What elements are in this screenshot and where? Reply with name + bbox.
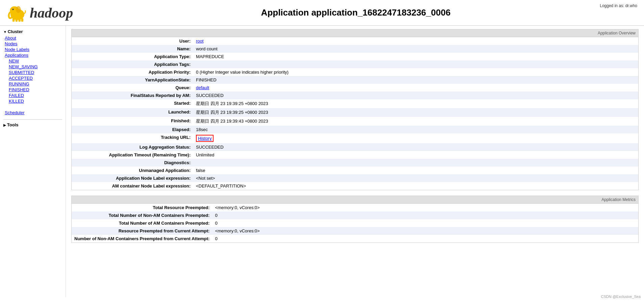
metrics-label: Number of Non-AM Containers Preempted fr… (72, 235, 212, 243)
metrics-table: Total Resource Preempted:<memory:0, vCor… (72, 204, 638, 243)
overview-value: 星期日 四月 23 19:39:25 +0800 2023 (193, 99, 638, 108)
page-title-area: Application application_1682247183236_00… (74, 7, 637, 18)
metrics-row: Resource Preempted from Current Attempt:… (72, 227, 638, 235)
sidebar-subitem-new[interactable]: NEW (3, 58, 62, 64)
metrics-container: Application Metrics Total Resource Preem… (71, 196, 639, 243)
sidebar-subitem-finished[interactable]: FINISHED (3, 87, 62, 92)
hadoop-logo-elephant (7, 3, 27, 22)
overview-value: <DEFAULT_PARTITION> (193, 182, 638, 190)
overview-label: Finished: (72, 117, 193, 126)
overview-label: Application Node Label expression: (72, 174, 193, 182)
metrics-label: Resource Preempted from Current Attempt: (72, 227, 212, 235)
overview-table: User:rootName:word countApplication Type… (72, 37, 638, 190)
logged-in-label: Logged in as: dr.who (600, 3, 637, 8)
logo-area: hadoop (7, 3, 74, 22)
metrics-value: 0 (212, 219, 638, 227)
overview-label: Tracking URL: (72, 133, 193, 143)
overview-row: Log Aggregation Status:SUCCEEDED (72, 143, 638, 151)
metrics-row: Number of Non-AM Containers Preempted fr… (72, 235, 638, 243)
main-content: Application Overview User:rootName:word … (66, 26, 644, 297)
overview-value: default (193, 84, 638, 92)
overview-value: 0 (Higher Integer value indicates higher… (193, 68, 638, 76)
overview-value: 星期日 四月 23 19:39:43 +0800 2023 (193, 117, 638, 126)
overview-row: Name:word count (72, 45, 638, 53)
sidebar-subitem-accepted[interactable]: ACCEPTED (3, 76, 62, 81)
overview-label: Application Priority: (72, 68, 193, 76)
overview-value: false (193, 167, 638, 174)
overview-label: Log Aggregation Status: (72, 143, 193, 151)
sidebar-item-node-labels[interactable]: Node Labels (3, 47, 62, 52)
sidebar-item-applications[interactable]: Applications (3, 53, 62, 58)
history-link[interactable]: History (196, 135, 214, 142)
overview-value (193, 60, 638, 68)
overview-container: Application Overview User:rootName:word … (71, 29, 639, 190)
metrics-value: 0 (212, 211, 638, 219)
overview-label: Unmanaged Application: (72, 167, 193, 174)
overview-row: Application Node Label expression:<Not s… (72, 174, 638, 182)
sidebar-subitem-new-saving[interactable]: NEW_SAVING (3, 64, 62, 69)
sidebar-subitem-running[interactable]: RUNNING (3, 81, 62, 86)
page-title: Application application_1682247183236_00… (74, 7, 637, 18)
cluster-section: Cluster About Nodes Node Labels Applicat… (3, 29, 62, 115)
value-link[interactable]: default (196, 85, 209, 90)
overview-row: Queue:default (72, 84, 638, 92)
header: hadoop Application application_168224718… (0, 0, 644, 26)
overview-row: Launched:星期日 四月 23 19:39:25 +0800 2023 (72, 108, 638, 117)
overview-row: AM container Node Label expression:<DEFA… (72, 182, 638, 190)
overview-label: Queue: (72, 84, 193, 92)
metrics-header: Application Metrics (72, 196, 638, 204)
sidebar-item-about[interactable]: About (3, 35, 62, 41)
overview-value: SUCCEEDED (193, 143, 638, 151)
sidebar-subitem-failed[interactable]: FAILED (3, 93, 62, 98)
svg-rect-7 (18, 19, 21, 22)
overview-row: Tracking URL:History (72, 133, 638, 143)
overview-value: 18sec (193, 126, 638, 133)
sidebar-item-scheduler[interactable]: Scheduler (3, 110, 62, 115)
overview-label: Application Tags: (72, 60, 193, 68)
sidebar-item-nodes[interactable]: Nodes (3, 41, 62, 46)
overview-label: Application Timeout (Remaining Time): (72, 151, 193, 159)
overview-label: Diagnostics: (72, 159, 193, 167)
metrics-value: <memory:0, vCores:0> (212, 227, 638, 235)
overview-label: User: (72, 37, 193, 45)
svg-rect-8 (21, 18, 23, 22)
overview-row: YarnApplicationState:FINISHED (72, 76, 638, 84)
overview-value: root (193, 37, 638, 45)
overview-row: Elapsed:18sec (72, 126, 638, 133)
overview-label: FinalStatus Reported by AM: (72, 92, 193, 99)
value-link[interactable]: root (196, 39, 203, 44)
metrics-row: Total Number of AM Containers Preempted:… (72, 219, 638, 227)
metrics-label: Total Number of Non-AM Containers Preemp… (72, 211, 212, 219)
overview-value: Unlimited (193, 151, 638, 159)
overview-label: Application Type: (72, 53, 193, 60)
metrics-row: Total Resource Preempted:<memory:0, vCor… (72, 204, 638, 211)
sidebar-subitem-killed[interactable]: KILLED (3, 99, 62, 104)
metrics-label: Total Number of AM Containers Preempted: (72, 219, 212, 227)
overview-row: Application Type:MAPREDUCE (72, 53, 638, 60)
overview-row: Finished:星期日 四月 23 19:39:43 +0800 2023 (72, 117, 638, 126)
cluster-section-title[interactable]: Cluster (3, 29, 62, 34)
tools-section-title[interactable]: Tools (3, 122, 62, 127)
svg-point-4 (13, 9, 13, 9)
overview-label: Name: (72, 45, 193, 53)
overview-row: User:root (72, 37, 638, 45)
overview-value: 星期日 四月 23 19:39:25 +0800 2023 (193, 108, 638, 117)
overview-row: Started:星期日 四月 23 19:39:25 +0800 2023 (72, 99, 638, 108)
metrics-value: <memory:0, vCores:0> (212, 204, 638, 211)
overview-value: FINISHED (193, 76, 638, 84)
sidebar-divider (3, 119, 62, 120)
overview-label: YarnApplicationState: (72, 76, 193, 84)
sidebar: Cluster About Nodes Node Labels Applicat… (0, 26, 66, 297)
overview-row: Application Tags: (72, 60, 638, 68)
svg-rect-5 (13, 18, 15, 22)
overview-header: Application Overview (72, 29, 638, 37)
metrics-value: 0 (212, 235, 638, 243)
overview-label: Launched: (72, 108, 193, 117)
overview-label: Elapsed: (72, 126, 193, 133)
sidebar-subitem-submitted[interactable]: SUBMITTED (3, 70, 62, 75)
overview-value: SUCCEEDED (193, 92, 638, 99)
overview-value: History (193, 133, 638, 143)
overview-value: word count (193, 45, 638, 53)
tools-section: Tools (3, 122, 62, 127)
overview-value (193, 159, 638, 167)
